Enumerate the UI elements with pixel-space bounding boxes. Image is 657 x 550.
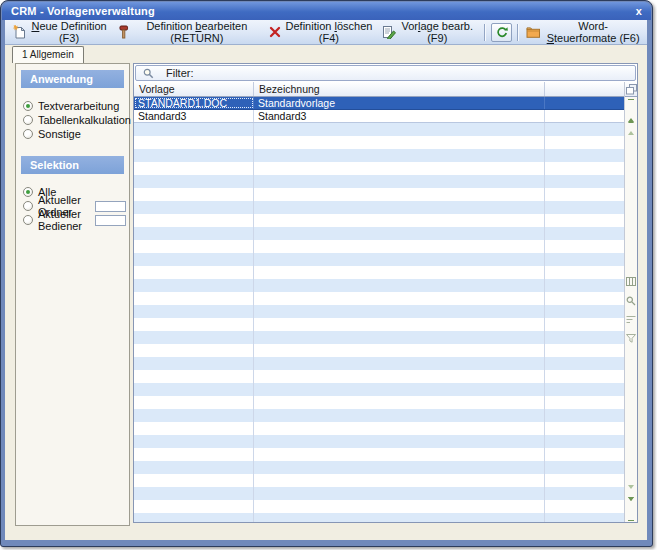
empty-row	[134, 474, 624, 487]
refresh-icon	[494, 25, 509, 40]
delete-x-icon	[269, 25, 281, 40]
table-cell[interactable]: Standard3	[134, 110, 254, 122]
grid-side-strip	[624, 82, 637, 522]
toolbar-separator	[484, 24, 486, 41]
table-cell[interactable]: Standardvorlage	[254, 97, 545, 109]
columns-icon[interactable]	[626, 276, 636, 288]
empty-row	[134, 266, 624, 279]
empty-row	[134, 383, 624, 396]
radio-icon	[23, 101, 33, 111]
column-header-vorlage[interactable]: Vorlage	[134, 82, 254, 96]
radio-icon	[23, 129, 33, 139]
app-window: CRM - Vorlagenverwaltung x Neue Definiti…	[0, 0, 653, 547]
refresh-button[interactable]	[491, 23, 512, 42]
empty-row	[134, 201, 624, 214]
empty-row	[134, 370, 624, 383]
tab-page-area: 1 Allgemein Anwendung Textverarbeitung T…	[5, 45, 647, 540]
ordner-input[interactable]	[95, 201, 126, 212]
folder-icon	[526, 25, 541, 40]
table-cell[interactable]: STANDARD1.DOC	[134, 97, 254, 109]
empty-row	[134, 357, 624, 370]
column-header-extra[interactable]	[545, 82, 624, 96]
table-cell[interactable]	[545, 110, 624, 122]
radio-icon	[23, 215, 33, 225]
empty-row	[134, 175, 624, 188]
empty-row	[134, 253, 624, 266]
empty-row	[134, 305, 624, 318]
radio-textverarbeitung[interactable]: Textverarbeitung	[16, 99, 129, 113]
word-control-formats-button[interactable]: Word-Steuerformate (F6)	[523, 18, 647, 46]
sort-icon[interactable]	[626, 314, 636, 326]
grid-body: Vorlage Bezeichnung STANDARD1.DOCStandar…	[134, 82, 637, 522]
word-control-formats-label: Word-Steuerformate (F6)	[545, 20, 641, 44]
empty-row	[134, 149, 624, 162]
empty-row	[134, 487, 624, 500]
edit-template-label: Vorlage bearb. (F9)	[400, 20, 474, 44]
group-header-anwendung: Anwendung	[21, 70, 124, 88]
grid-rows: STANDARD1.DOCStandardvorlageStandard3Sta…	[134, 97, 624, 522]
go-bottom-icon[interactable]	[625, 505, 637, 517]
column-header-bezeichnung[interactable]: Bezeichnung	[254, 82, 545, 96]
empty-row	[134, 344, 624, 357]
toolbar-separator	[517, 24, 519, 41]
empty-row	[134, 500, 624, 513]
empty-row	[134, 292, 624, 305]
empty-row	[134, 513, 624, 522]
column-chooser-icon[interactable]	[625, 82, 637, 97]
radio-icon	[23, 187, 33, 197]
selektion-options: Alle Aktueller Ordner Aktueller Bediener	[16, 185, 129, 227]
empty-row	[134, 448, 624, 461]
edit-page-icon	[382, 25, 396, 40]
radio-label: Aktueller Bediener	[38, 208, 90, 232]
empty-row	[134, 435, 624, 448]
radio-aktueller-bediener[interactable]: Aktueller Bediener	[16, 213, 129, 227]
new-definition-label: Neue Definition (F3)	[30, 20, 108, 44]
empty-row	[134, 240, 624, 253]
radio-icon	[23, 201, 33, 211]
toolbar: Neue Definition (F3) Definition bearbeit…	[5, 20, 647, 45]
search-icon[interactable]	[626, 295, 636, 307]
empty-row	[134, 279, 624, 292]
radio-tabellenkalkulation[interactable]: Tabellenkalkulation	[16, 113, 129, 127]
go-top-icon[interactable]	[625, 103, 637, 115]
radio-sonstige[interactable]: Sonstige	[16, 127, 129, 141]
bediener-input[interactable]	[95, 215, 126, 226]
empty-row	[134, 162, 624, 175]
empty-row	[134, 461, 624, 474]
new-document-icon	[13, 25, 26, 40]
radio-label: Tabellenkalkulation	[38, 114, 131, 126]
empty-row	[134, 188, 624, 201]
empty-row	[134, 409, 624, 422]
empty-row	[134, 123, 624, 136]
row-up-icon[interactable]	[625, 115, 637, 127]
filter-bar[interactable]: Filter:	[135, 65, 636, 81]
table-cell[interactable]: Standard3	[254, 110, 545, 122]
group-header-selektion: Selektion	[21, 156, 124, 174]
empty-row	[134, 422, 624, 435]
anwendung-options: Textverarbeitung Tabellenkalkulation Son…	[16, 99, 129, 141]
tab-allgemein[interactable]: 1 Allgemein	[12, 46, 84, 63]
empty-row	[134, 214, 624, 227]
table-row[interactable]: STANDARD1.DOCStandardvorlage	[134, 97, 624, 110]
delete-definition-button[interactable]: Definition löschen (F4)	[266, 18, 380, 46]
page-up-icon[interactable]	[625, 127, 637, 139]
column-header-row: Vorlage Bezeichnung	[134, 82, 624, 97]
radio-label: Textverarbeitung	[38, 100, 119, 112]
table-row[interactable]: Standard3Standard3	[134, 110, 624, 123]
page-down-icon[interactable]	[625, 481, 637, 493]
empty-row	[134, 331, 624, 344]
new-definition-button[interactable]: Neue Definition (F3)	[10, 18, 114, 46]
window-title: CRM - Vorlagenverwaltung	[11, 5, 155, 17]
empty-row	[134, 227, 624, 240]
filter-funnel-icon[interactable]	[626, 333, 636, 345]
empty-row	[134, 318, 624, 331]
filter-search-icon	[143, 68, 154, 79]
delete-definition-label: Definition löschen (F4)	[285, 20, 373, 44]
edit-definition-label: Definition bearbeiten (RETURN)	[134, 20, 260, 44]
radio-icon	[23, 115, 33, 125]
edit-template-button[interactable]: Vorlage bearb. (F9)	[379, 18, 480, 46]
edit-definition-button[interactable]: Definition bearbeiten (RETURN)	[114, 18, 266, 46]
hammer-icon	[117, 25, 130, 40]
radio-label: Sonstige	[38, 128, 81, 140]
table-cell[interactable]	[545, 97, 624, 109]
